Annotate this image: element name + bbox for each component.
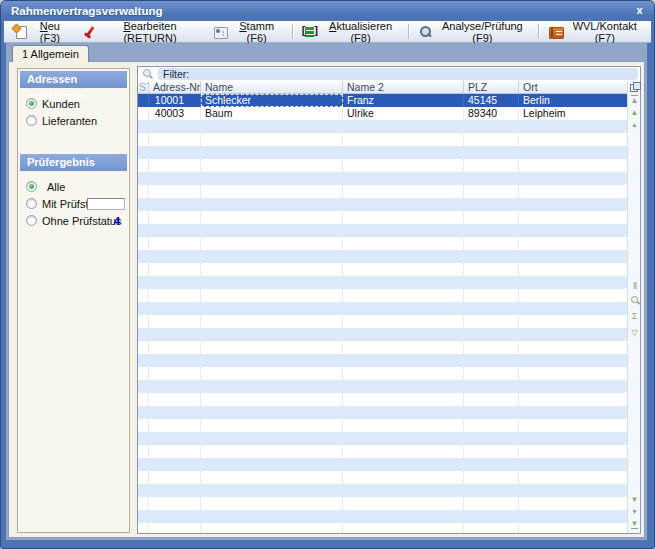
radio-icon[interactable] <box>26 98 37 109</box>
edit-button-label: Bearbeiten (RETURN) <box>101 20 199 44</box>
toolbar-separator <box>408 24 409 39</box>
sidebar: Adressen selektieren Kunden Lieferanten … <box>17 68 130 533</box>
table-row[interactable] <box>138 354 627 367</box>
radio-option-ohne-pruefstatus[interactable]: Ohne Prüfstatus 4 <box>18 213 129 228</box>
table-row[interactable] <box>138 276 627 289</box>
edit-icon <box>83 25 96 39</box>
table-row[interactable] <box>138 419 627 432</box>
cell-name[interactable]: Baum <box>201 107 343 120</box>
column-header-name[interactable]: Name <box>201 81 343 93</box>
table-row[interactable] <box>138 185 627 198</box>
radio-label: Lieferanten <box>42 115 97 127</box>
radio-label: Kunden <box>42 98 80 110</box>
scroll-down-icon[interactable]: ▼ <box>629 494 640 505</box>
table-row[interactable] <box>138 315 627 328</box>
scroll-page-up-icon[interactable]: ▲ <box>629 119 640 130</box>
radio-option-kunden[interactable]: Kunden <box>18 96 129 111</box>
grid-body: 10001 Schlecker Franz 45145 Berlin 40003… <box>138 94 627 533</box>
table-row[interactable] <box>138 484 627 497</box>
filter-search-icon[interactable] <box>138 67 158 81</box>
close-icon[interactable]: x <box>632 3 647 18</box>
grid-filter-icon[interactable]: ▽ <box>629 327 640 338</box>
radio-icon[interactable] <box>26 115 37 126</box>
filter-label[interactable]: Filter: <box>158 68 638 80</box>
radio-label: Ohne Prüfstatus <box>42 215 122 227</box>
cell-adressnr[interactable]: 40003 <box>149 107 201 120</box>
field-chooser-icon[interactable]: ||| <box>629 279 640 290</box>
refresh-button-label: Aktualisieren (F8) <box>322 20 399 44</box>
radio-option-lieferanten[interactable]: Lieferanten <box>18 113 129 128</box>
tab-allgemein[interactable]: 1 Allgemein <box>12 45 89 62</box>
ohne-pruefstatus-count: 4 <box>114 215 120 227</box>
grid-search-icon[interactable] <box>630 295 640 305</box>
grid-side-toolbar: ▲ ▲ ▲ ||| Σ ▽ ▼ ▼ ▼ <box>627 81 640 533</box>
cell-name[interactable]: Schlecker <box>201 94 343 107</box>
table-row[interactable] <box>138 406 627 419</box>
address-grid: Filter: ST Adress-Nr. Name Name 2 PLZ Or… <box>137 66 641 534</box>
table-row[interactable] <box>138 380 627 393</box>
table-row[interactable] <box>138 211 627 224</box>
table-row[interactable] <box>138 237 627 250</box>
table-row[interactable] <box>138 471 627 484</box>
table-row[interactable] <box>138 302 627 315</box>
edit-button[interactable]: Bearbeiten (RETURN) <box>76 21 206 42</box>
table-row[interactable] <box>138 497 627 510</box>
grid-header-row: ST Adress-Nr. Name Name 2 PLZ Ort <box>138 81 627 94</box>
table-row[interactable] <box>138 445 627 458</box>
analyze-button[interactable]: Analyse/Prüfung (F9) <box>411 21 536 42</box>
column-header-plz[interactable]: PLZ <box>464 81 519 93</box>
column-header-ort[interactable]: Ort <box>519 81 627 93</box>
table-row[interactable] <box>138 289 627 302</box>
scroll-to-top-icon[interactable]: ▲ <box>629 95 640 106</box>
analyze-icon <box>418 25 431 39</box>
table-row[interactable] <box>138 367 627 380</box>
cell-plz[interactable]: 89340 <box>464 107 519 120</box>
scroll-to-bottom-icon[interactable]: ▼ <box>629 518 640 529</box>
table-row[interactable] <box>138 146 627 159</box>
cell-name2[interactable]: Franz <box>343 94 464 107</box>
table-row[interactable] <box>138 120 627 133</box>
scroll-page-down-icon[interactable]: ▼ <box>629 506 640 517</box>
table-row[interactable]: 40003 Baum Ulrike 89340 Leipheim <box>138 107 627 120</box>
new-button-label: Neu (F3) <box>30 20 69 44</box>
table-row[interactable] <box>138 510 627 523</box>
radio-option-alle[interactable]: Alle <box>18 179 129 194</box>
section-header-pruefergebnis: Prüfergebnis <box>20 154 127 171</box>
cell-ort[interactable]: Berlin <box>519 94 627 107</box>
radio-icon[interactable] <box>26 198 37 209</box>
contact-icon <box>548 25 561 39</box>
pruefstatus-input[interactable] <box>87 198 125 210</box>
radio-icon[interactable] <box>26 181 37 192</box>
contact-button[interactable]: WVL/Kontakt (F7) <box>541 21 651 42</box>
column-chooser-icon[interactable] <box>630 82 639 91</box>
cell-ort[interactable]: Leipheim <box>519 107 627 120</box>
table-row[interactable] <box>138 393 627 406</box>
table-row[interactable] <box>138 341 627 354</box>
master-data-button[interactable]: Stamm (F6) <box>206 21 290 42</box>
refresh-button[interactable]: Aktualisieren (F8) <box>295 21 407 42</box>
table-row[interactable] <box>138 159 627 172</box>
column-header-name2[interactable]: Name 2 <box>343 81 464 93</box>
table-row[interactable] <box>138 224 627 237</box>
table-row[interactable] <box>138 172 627 185</box>
column-header-adressnr[interactable]: Adress-Nr. <box>149 81 201 93</box>
table-row[interactable] <box>138 458 627 471</box>
cell-plz[interactable]: 45145 <box>464 94 519 107</box>
table-row[interactable] <box>138 250 627 263</box>
cell-name2[interactable]: Ulrike <box>343 107 464 120</box>
table-row[interactable] <box>138 198 627 211</box>
titlebar: Rahmenvertragsverwaltung x <box>1 1 654 21</box>
table-row[interactable] <box>138 328 627 341</box>
column-header-st[interactable]: ST <box>138 81 149 93</box>
scroll-up-icon[interactable]: ▲ <box>629 107 640 118</box>
radio-option-mit-pruefstatus[interactable]: Mit Prüfstatus <box>18 196 129 211</box>
new-button[interactable]: Neu (F3) <box>6 21 76 42</box>
table-row[interactable] <box>138 432 627 445</box>
cell-adressnr[interactable]: 10001 <box>149 94 201 107</box>
table-row[interactable]: 10001 Schlecker Franz 45145 Berlin <box>138 94 627 107</box>
radio-icon[interactable] <box>26 215 37 226</box>
table-row[interactable] <box>138 263 627 276</box>
summary-icon[interactable]: Σ <box>629 311 640 322</box>
table-row[interactable] <box>138 133 627 146</box>
table-row[interactable] <box>138 523 627 533</box>
